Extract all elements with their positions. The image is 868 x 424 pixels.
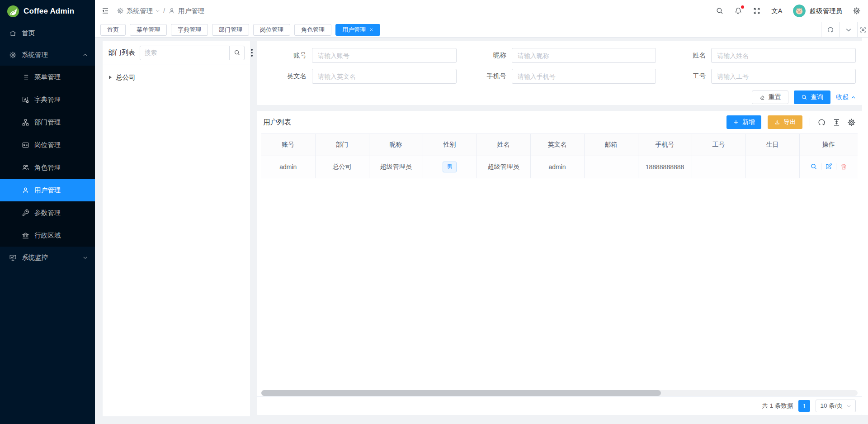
cell-gender: 男 <box>423 156 476 178</box>
breadcrumb-user-mgmt[interactable]: 用户管理 <box>168 7 204 15</box>
column-settings-gear-icon[interactable] <box>847 118 856 127</box>
dept-search-button[interactable] <box>229 46 245 60</box>
maximize-icon[interactable] <box>857 22 868 38</box>
reset-button[interactable]: 重置 <box>752 91 788 104</box>
field-label: 手机号 <box>457 72 512 81</box>
download-icon <box>774 119 780 125</box>
kebab-menu-icon[interactable] <box>249 47 255 58</box>
sidebar-item-system-monitor[interactable]: 系统监控 <box>0 247 95 268</box>
col-account: 账号 <box>261 134 315 156</box>
sidebar-item-label: 系统监控 <box>22 253 48 262</box>
dept-search-input[interactable] <box>140 46 229 60</box>
view-detail-icon[interactable] <box>810 163 817 170</box>
filter-card: 账号 昵称 姓名 英文名 手机号 工号 <box>257 41 862 105</box>
dept-panel-title: 部门列表 <box>108 48 135 57</box>
sidebar-item-label: 行政区域 <box>34 231 61 240</box>
settings-gear-icon[interactable] <box>853 7 861 15</box>
brand-logo[interactable]: Coffee Admin <box>0 0 95 22</box>
cell-job-number <box>692 156 745 178</box>
field-label: 工号 <box>656 72 711 81</box>
field-label: 英文名 <box>257 72 312 81</box>
add-button[interactable]: 新增 <box>726 115 761 129</box>
col-name: 姓名 <box>476 134 530 156</box>
plus-icon <box>733 119 739 125</box>
cell-dept: 总公司 <box>315 156 369 178</box>
edit-icon[interactable] <box>825 163 832 170</box>
sidebar-item-dict-mgmt[interactable]: 字典管理 <box>0 88 95 111</box>
tab-menu-mgmt[interactable]: 菜单管理 <box>130 24 167 36</box>
user-menu[interactable]: 超级管理员 <box>793 5 843 17</box>
field-label: 姓名 <box>656 51 711 60</box>
chevron-down-icon[interactable] <box>839 22 857 38</box>
horizontal-scrollbar-thumb[interactable] <box>261 390 661 396</box>
sidebar-item-home[interactable]: 首页 <box>0 22 95 44</box>
chevron-up-icon <box>83 52 88 57</box>
sidebar-item-label: 字典管理 <box>34 95 61 104</box>
delete-icon[interactable] <box>840 163 847 170</box>
notification-badge <box>741 5 744 9</box>
gender-tag: 男 <box>443 162 457 172</box>
table-card-header: 用户列表 新增 导出 <box>257 111 862 133</box>
tab-bar: 首页 菜单管理 字典管理 部门管理 岗位管理 角色管理 用户管理 <box>95 22 868 38</box>
sidebar-item-dept-mgmt[interactable]: 部门管理 <box>0 111 95 133</box>
tab-role-mgmt[interactable]: 角色管理 <box>294 24 331 36</box>
tab-dict-mgmt[interactable]: 字典管理 <box>171 24 208 36</box>
col-english-name: 英文名 <box>530 134 584 156</box>
refresh-icon[interactable] <box>817 118 826 127</box>
query-button[interactable]: 查询 <box>794 91 830 104</box>
page-size-select[interactable]: 10 条/页 <box>816 400 856 412</box>
sidebar-item-label: 参数管理 <box>34 209 61 217</box>
tab-home[interactable]: 首页 <box>100 24 126 36</box>
account-input[interactable] <box>312 48 457 63</box>
pagination: 共 1 条数据 1 10 条/页 <box>257 396 862 415</box>
sidebar-item-label: 部门管理 <box>34 118 61 127</box>
username: 超级管理员 <box>810 7 843 15</box>
refresh-icon[interactable] <box>821 22 839 38</box>
menu-fold-icon[interactable] <box>101 7 109 15</box>
field-english-name: 英文名 <box>257 69 457 84</box>
dept-panel: 部门列表 总公司 <box>103 41 250 416</box>
field-label: 账号 <box>257 51 312 60</box>
eraser-icon <box>759 94 765 100</box>
fullscreen-icon[interactable] <box>753 7 761 15</box>
breadcrumb-system-mgmt[interactable]: 系统管理 <box>117 7 160 15</box>
sidebar-item-role-mgmt[interactable]: 角色管理 <box>0 156 95 179</box>
tab-post-mgmt[interactable]: 岗位管理 <box>253 24 290 36</box>
nickname-input[interactable] <box>512 48 656 63</box>
sidebar-item-admin-region[interactable]: 行政区域 <box>0 224 95 247</box>
spring-leaf-icon <box>7 5 19 17</box>
english-name-input[interactable] <box>312 69 457 84</box>
tree-node-head-office[interactable]: 总公司 <box>109 71 244 84</box>
header-actions: 文A 超级管理员 <box>716 5 861 17</box>
table-toolbar: 新增 导出 <box>726 115 856 129</box>
sidebar-item-param-mgmt[interactable]: 参数管理 <box>0 201 95 224</box>
close-icon[interactable] <box>369 28 373 32</box>
page-1-button[interactable]: 1 <box>798 400 810 412</box>
notification-bell-icon[interactable] <box>734 7 742 15</box>
home-icon <box>9 29 17 37</box>
sidebar-item-menu-mgmt[interactable]: 菜单管理 <box>0 66 95 88</box>
people-icon <box>22 164 29 172</box>
name-input[interactable] <box>711 48 856 63</box>
job-number-input[interactable] <box>711 69 856 84</box>
sidebar-item-system-mgmt[interactable]: 系统管理 <box>0 44 95 66</box>
export-button[interactable]: 导出 <box>768 115 802 129</box>
sidebar-item-post-mgmt[interactable]: 岗位管理 <box>0 133 95 156</box>
phone-input[interactable] <box>512 69 656 84</box>
tab-dept-mgmt[interactable]: 部门管理 <box>212 24 249 36</box>
col-job-number: 工号 <box>692 134 745 156</box>
search-icon <box>801 94 807 100</box>
collapse-link[interactable]: 收起 <box>836 93 856 101</box>
row-height-icon[interactable] <box>832 118 841 127</box>
cell-birthday <box>745 156 799 178</box>
table-row: admin 总公司 超级管理员 男 超级管理员 admin 1888888888… <box>261 156 858 178</box>
sidebar-item-user-mgmt[interactable]: 用户管理 <box>0 179 95 201</box>
search-icon[interactable] <box>716 7 724 15</box>
divider <box>810 118 810 126</box>
person-icon <box>22 186 29 194</box>
horizontal-scrollbar-track <box>261 390 858 396</box>
tab-user-mgmt[interactable]: 用户管理 <box>335 24 380 36</box>
user-table: 账号 部门 昵称 性别 姓名 英文名 邮箱 手机号 工号 生日 操作 admin… <box>261 133 858 178</box>
translate-icon[interactable]: 文A <box>771 7 782 15</box>
app-root: Coffee Admin 首页 系统管理 菜单管理 <box>0 0 868 424</box>
